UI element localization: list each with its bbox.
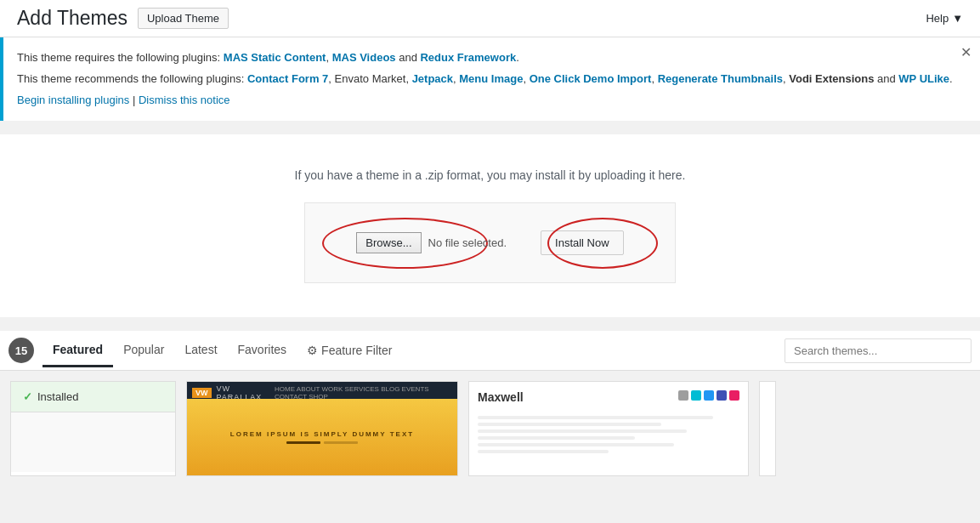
maxwell-content-lines [478, 416, 739, 453]
plugin-link-contact-form-7[interactable]: Contact Form 7 [247, 72, 328, 85]
theme-card-installed: ✓ Installed [10, 381, 176, 476]
maxwell-color-dots [678, 390, 739, 401]
installed-text: Installed [37, 390, 78, 403]
plugin-link-mas-static-content[interactable]: MAS Static Content [224, 51, 326, 64]
vw-thumb: VW VW PARALLAX HOME ABOUT WORK SERVICES … [187, 382, 457, 475]
theme-card-maxwell[interactable]: Maxwell [468, 381, 749, 476]
tab-favorites[interactable]: Favorites [228, 334, 297, 367]
plugin-link-wp-ulike[interactable]: WP ULike [898, 72, 949, 85]
feature-filter-button[interactable]: ⚙ Feature Filter [297, 335, 402, 366]
install-now-button[interactable]: Install Now [541, 230, 624, 255]
dismiss-notice-link[interactable]: Dismiss this notice [139, 94, 230, 106]
help-label: Help [926, 12, 949, 25]
plugin-link-regenerate-thumbnails[interactable]: Regenerate Thumbnails [658, 72, 783, 85]
notice-close-button[interactable]: ✕ [960, 46, 972, 60]
plugin-link-mas-videos[interactable]: MAS Videos [332, 51, 396, 64]
file-input-wrapper: Browse... No file selected. [356, 232, 507, 253]
upload-area: If you have a theme in a .zip format, yo… [0, 134, 980, 317]
check-icon: ✓ [23, 390, 32, 403]
browse-button[interactable]: Browse... [356, 232, 421, 253]
gear-icon: ⚙ [307, 344, 318, 357]
tabs-row: 15 Featured Popular Latest Favorites ⚙ F… [0, 331, 980, 371]
page-title-area: Add Themes Upload Theme [17, 7, 229, 30]
help-button[interactable]: Help ▼ [926, 12, 963, 25]
tab-featured[interactable]: Featured [42, 334, 113, 367]
no-file-selected-text: No file selected. [428, 236, 507, 249]
required-plugins-text: This theme requires the following plugin… [17, 49, 966, 67]
upload-theme-button[interactable]: Upload Theme [138, 8, 229, 29]
installed-label: ✓ Installed [11, 382, 175, 412]
chevron-down-icon: ▼ [952, 12, 963, 25]
plugin-link-redux-framework[interactable]: Redux Framework [420, 51, 516, 64]
notice-action-links: Begin installing plugins | Dismiss this … [17, 92, 966, 110]
theme-card-vw-parallax[interactable]: VW VW PARALLAX HOME ABOUT WORK SERVICES … [186, 381, 458, 476]
themes-row: ✓ Installed VW VW PARALLAX HOME ABOUT WO… [0, 371, 980, 486]
maxwell-title: Maxwell [478, 390, 524, 404]
plugin-notice: ✕ This theme requires the following plug… [0, 37, 980, 121]
page-title: Add Themes [17, 7, 127, 30]
theme-count-badge: 15 [8, 338, 34, 363]
upload-instruction: If you have a theme in a .zip format, yo… [17, 168, 963, 182]
plugin-link-menu-image[interactable]: Menu Image [459, 72, 523, 85]
tab-latest[interactable]: Latest [174, 334, 227, 367]
vw-logo: VW [192, 388, 212, 398]
plugin-envato-market: Envato Market [335, 72, 406, 85]
plugin-vodi-extensions: Vodi Extensions [789, 72, 874, 85]
theme-card-partial [759, 381, 776, 476]
plugin-link-jetpack[interactable]: Jetpack [412, 72, 453, 85]
recommended-plugins-text: This theme recommends the following plug… [17, 71, 966, 88]
close-icon: ✕ [960, 45, 972, 60]
page-header: Add Themes Upload Theme Help ▼ [0, 0, 980, 37]
tab-popular[interactable]: Popular [113, 334, 174, 367]
maxwell-thumb: Maxwell [469, 382, 748, 475]
search-themes-input[interactable] [785, 338, 972, 363]
plugin-link-one-click-demo[interactable]: One Click Demo Import [530, 72, 652, 85]
search-themes-area [785, 338, 972, 363]
begin-installing-link[interactable]: Begin installing plugins [17, 94, 129, 106]
